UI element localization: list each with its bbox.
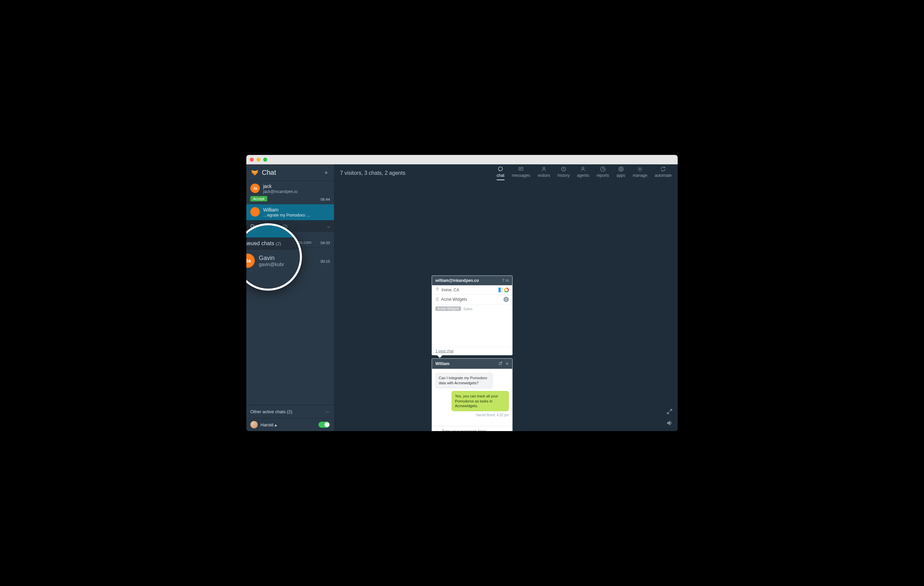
main-area: 7 visitors, 3 chats, 2 agents chatmessag… — [334, 165, 678, 431]
visit-count-badge: 1 — [503, 297, 509, 302]
chat-name: William — [263, 207, 310, 212]
chat-subtext: jack@incandpen.io — [263, 189, 297, 194]
past-chat-link[interactable]: 1 past chat — [432, 347, 512, 355]
nav-visitors[interactable]: visitors — [538, 166, 550, 180]
online-toggle[interactable] — [318, 421, 330, 428]
chevron-down-icon: ⌵ — [327, 223, 330, 229]
message-meta: Harold Brent, 4:32 pm — [476, 413, 509, 417]
summary-text: 7 visitors, 3 chats, 2 agents — [340, 170, 497, 176]
nav-history[interactable]: history — [558, 166, 569, 180]
chat-subtext: …egrate my Pomodoro … — [263, 213, 310, 217]
svg-point-0 — [498, 167, 502, 171]
sidebar-header: Chat ＋ — [246, 165, 334, 181]
nav-messages[interactable]: messages — [512, 166, 530, 180]
svg-rect-1 — [519, 167, 523, 170]
app-window: Chat ＋ Ja jack jack@incandpen.io Accept … — [246, 155, 678, 431]
agent-avatar — [250, 421, 258, 428]
accept-button[interactable]: Accept — [250, 196, 267, 201]
tag-chip[interactable]: Acme Widgets — [436, 306, 461, 311]
section-count: (2) — [287, 409, 292, 414]
window-zoom-dot[interactable] — [263, 158, 267, 162]
visitor-location: Irvine, CA — [441, 288, 459, 292]
section-label: Queued chats — [246, 240, 274, 246]
chat-time: 04:33 — [320, 241, 330, 245]
agent-name: Harold — [261, 422, 273, 427]
caret-up-icon: ▴ — [275, 422, 277, 427]
nav-chat[interactable]: chat — [497, 166, 505, 180]
section-label: Other active chats — [250, 409, 286, 414]
visitor-email: william@inkandpen.co — [436, 278, 479, 283]
svg-point-7 — [620, 167, 621, 167]
chat-name: Gavin — [259, 255, 284, 262]
chat-time: 00:15 — [320, 259, 330, 263]
nav-manage[interactable]: manage — [633, 166, 647, 180]
chat-time: 06:44 — [320, 198, 330, 201]
nav-automate[interactable]: automate — [655, 166, 672, 180]
svg-point-9 — [618, 169, 619, 170]
location-pin-icon — [436, 287, 439, 292]
browser-icon — [504, 288, 509, 292]
chat-name: jack — [263, 184, 297, 189]
nav-agents[interactable]: agents — [577, 166, 589, 180]
new-chat-button[interactable]: ＋ — [323, 168, 329, 176]
agent-status-row[interactable]: Harold ▴ — [246, 418, 334, 431]
visitor-org: Acme Widgets — [441, 297, 467, 302]
svg-point-15 — [639, 168, 641, 170]
visitor-age: 7 m — [502, 278, 509, 283]
popout-icon[interactable] — [498, 361, 503, 366]
avatar — [250, 207, 260, 217]
sidebar: Chat ＋ Ja jack jack@incandpen.io Accept … — [246, 165, 334, 431]
chat-item-william[interactable]: William …egrate my Pomodoro … — [246, 204, 334, 220]
svg-point-8 — [620, 171, 621, 171]
top-nav: chatmessagesvisitorshistoryagentsreports… — [497, 166, 672, 180]
sidebar-title: Chat — [262, 169, 320, 176]
nav-reports[interactable]: reports — [596, 166, 609, 180]
visitor-info-card: william@inkandpen.co 7 m Irvine, CA — [432, 275, 513, 355]
section-count: (2) — [276, 241, 281, 246]
nav-apps[interactable]: apps — [617, 166, 625, 180]
list-icon: ☰ — [436, 297, 439, 302]
volume-icon[interactable] — [666, 420, 673, 426]
attach-button[interactable]: ＋ — [435, 428, 439, 431]
chat-item-jack[interactable]: Ja jack jack@incandpen.io Accept 06:44 — [246, 181, 334, 204]
tag-label: Sales — [463, 307, 472, 311]
svg-point-16 — [437, 288, 438, 289]
message-incoming: Can I integrate my Pomodoro data with Ac… — [436, 373, 493, 388]
svg-point-14 — [622, 170, 623, 171]
svg-point-12 — [622, 167, 623, 168]
window-minimize-dot[interactable] — [256, 158, 261, 162]
message-input[interactable] — [441, 429, 510, 431]
expand-icon[interactable] — [666, 408, 673, 415]
svg-point-13 — [619, 170, 620, 171]
chat-subtext: gavin@kubr — [259, 262, 284, 267]
svg-point-2 — [543, 167, 545, 169]
close-icon[interactable]: ✕ — [505, 361, 509, 366]
app-logo-icon — [251, 169, 259, 176]
svg-point-11 — [619, 167, 620, 168]
svg-point-6 — [620, 168, 622, 170]
chevron-up-icon: ︿ — [325, 408, 330, 415]
svg-point-10 — [622, 169, 623, 170]
conversation-card: William ✕ Can I integrate my Pomodoro da… — [432, 358, 513, 431]
visitor-panel: william@inkandpen.co 7 m Irvine, CA — [432, 275, 513, 431]
message-outgoing: Yes, you can track all your Pomodoros as… — [452, 391, 509, 412]
avatar: Ga — [246, 253, 255, 268]
other-active-chats-header[interactable]: Other active chats (2) ︿ — [246, 405, 334, 418]
window-close-dot[interactable] — [250, 158, 254, 162]
os-icon — [498, 288, 503, 292]
svg-point-4 — [582, 167, 584, 169]
topbar: 7 visitors, 3 chats, 2 agents chatmessag… — [334, 165, 678, 182]
mac-titlebar — [246, 155, 678, 165]
avatar: Ja — [250, 184, 260, 193]
conversation-title: William — [436, 361, 450, 366]
